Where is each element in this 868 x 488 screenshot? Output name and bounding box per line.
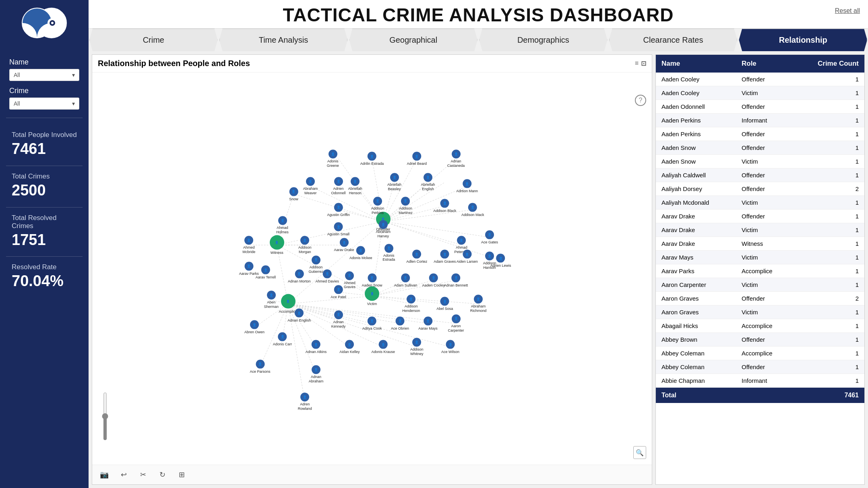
node-agustin-small[interactable]: 👤 Agustin Small — [327, 222, 349, 237]
name-filter-chevron: ▾ — [72, 72, 75, 78]
node-adriel-beard[interactable]: 👤 Adriel Beard — [407, 152, 427, 166]
reset-button[interactable]: Reset all — [835, 7, 860, 15]
node-adren-rowland[interactable]: 👤 Adren Rowland — [293, 393, 317, 411]
node-adonis-estrada[interactable]: 👤 Adonis Estrada — [377, 244, 401, 262]
node-abriellah-beasley[interactable]: 👤 Abriellah Beasley — [382, 173, 407, 192]
node-aarav-terrell[interactable]: 👤 Aarav Terrell — [256, 266, 276, 280]
node-adnan-english[interactable]: 👤 Adnan English — [287, 309, 311, 323]
cut-button[interactable]: ✂ — [136, 468, 149, 481]
node-addison-morgan[interactable]: 👤 Addison Morgan — [293, 236, 317, 254]
camera-button[interactable]: 📷 — [98, 468, 111, 481]
grid-button[interactable]: ⊞ — [175, 468, 188, 481]
refresh-button[interactable]: ↻ — [156, 468, 169, 481]
node-victim[interactable]: 👤 Victim — [365, 286, 379, 306]
table-footer-value: 7461 — [793, 388, 864, 403]
crime-filter-select[interactable]: All ▾ — [9, 98, 79, 110]
node-witness[interactable]: 👤 Witness — [270, 235, 284, 255]
node-adam-sullivan[interactable]: 👤 Adam Sullivan — [394, 273, 417, 287]
node-ahmed-mcbride[interactable]: 👤 Ahmed Mcbride — [237, 236, 261, 254]
node-aiden-larsen[interactable]: 👤 Aiden Larsen — [457, 250, 478, 264]
node-circle-adrian-castaneda: 👤 — [452, 150, 461, 158]
node-addison-black[interactable]: 👤 Addison Black — [433, 199, 456, 213]
node-circle-abraham-weaver: 👤 — [306, 177, 315, 186]
tab-time-analysis[interactable]: Time Analysis — [219, 29, 348, 51]
stat-total-people-label: Total People Involved — [12, 131, 77, 139]
node-adonis-greene[interactable]: 👤 Adonis Greene — [321, 150, 345, 168]
node-abren-owen[interactable]: 👤 Abren Owen — [244, 320, 265, 334]
tab-demographics[interactable]: Demographics — [479, 29, 608, 51]
node-adnan-bennett[interactable]: 👤 Adnan Bennett — [444, 273, 468, 287]
node-abraham-weaver[interactable]: 👤 Abraham Weaver — [298, 177, 322, 195]
node-aditya-cook[interactable]: 👤 Aditya Cook — [362, 316, 382, 330]
tab-crime[interactable]: Crime — [89, 29, 218, 51]
node-adonis-carr[interactable]: 👤 Adonis Carr — [273, 332, 292, 346]
cell-role: Offender — [736, 168, 793, 182]
node-agustin-griffin[interactable]: 👤 Agustin Griffin — [327, 203, 349, 217]
tab-clearance-rates[interactable]: Clearance Rates — [609, 29, 738, 51]
table-row: Aaden Odonnell Offender 1 — [656, 100, 864, 114]
node-label-abraham-weaver: Abraham Weaver — [298, 187, 322, 195]
node-aaden-snow[interactable]: 👤 Aaden Snow — [362, 273, 382, 287]
node-adrien-odonnell[interactable]: 👤 Adrien Odonnell — [327, 177, 351, 195]
node-ace-obrien[interactable]: 👤 Ace Obrien — [391, 316, 409, 330]
node-circle-ahmad-holmes: 👤 — [278, 216, 287, 225]
node-circle-witness: 👤 — [270, 235, 284, 250]
node-label-adlen-cortez: Adlen Cortez — [406, 260, 427, 264]
node-aben-sherman[interactable]: 👤 Aben Sherman — [259, 291, 283, 309]
graph-canvas[interactable]: ? — [92, 73, 652, 465]
content-area: Relationship between People and Roles ≡ … — [89, 51, 868, 488]
node-addison-mack[interactable]: 👤 Addison Mack — [461, 203, 484, 217]
node-aidan-kelley[interactable]: 👤 Aidan Kelley — [339, 340, 360, 354]
node-adnan-kennedy[interactable]: 👤 Adnan Kennedy — [327, 310, 351, 329]
undo-button[interactable]: ↩ — [117, 468, 130, 481]
search-button[interactable]: 🔍 — [633, 446, 646, 459]
node-ace-wilson[interactable]: 👤 Ace Wilson — [441, 340, 459, 354]
node-ace-patel[interactable]: 👤 Ace Patel — [331, 285, 346, 299]
expand-icon[interactable]: ⊡ — [641, 60, 646, 67]
node-adrian-castaneda[interactable]: 👤 Adrian Castaneda — [444, 150, 468, 168]
zoom-slider[interactable] — [102, 392, 108, 440]
tab-relationship[interactable]: Relationship — [739, 29, 867, 51]
tab-geographical[interactable]: Geographical — [349, 29, 477, 51]
node-addison-henderson[interactable]: 👤 Addison Henderson — [399, 295, 423, 313]
node-abraham-harvey[interactable]: 👤 Abraham Harvey — [371, 220, 395, 239]
node-addison-whitney[interactable]: 👤 Addison Whitney — [405, 338, 429, 356]
node-circle-adnan-atkins: 👤 — [312, 340, 320, 349]
node-adnan-atkins[interactable]: 👤 Adnan Atkins — [306, 340, 327, 354]
node-addison-perkins[interactable]: 👤 Addison Perkins — [366, 197, 390, 215]
node-abraham-richmond[interactable]: 👤 Abraham Richmond — [466, 295, 490, 313]
node-adrtion-mann[interactable]: 👤 Adrtion Mann — [457, 179, 478, 193]
node-adonis-krause[interactable]: 👤 Adonis Krause — [372, 340, 395, 354]
cell-name: Aarav Drake — [656, 237, 736, 251]
node-ace-gates[interactable]: 👤 Ace Gates — [481, 230, 498, 244]
help-icon[interactable]: ? — [635, 95, 646, 106]
node-abel-sosa[interactable]: 👤 Abel Sosa — [436, 297, 453, 311]
node-aaden-cooley[interactable]: 👤 Aaden Cooley — [422, 273, 445, 287]
table-row: Aaron Graves Offender 2 — [656, 292, 864, 305]
node-ahmad-holmes[interactable]: 👤 Ahmad Holmes — [271, 216, 295, 235]
node-aarav-mays[interactable]: 👤 Aarav Mays — [418, 316, 438, 330]
node-label-ahmad-holmes: Ahmad Holmes — [271, 226, 295, 235]
node-abriellah-english[interactable]: 👤 Abriellah English — [416, 173, 440, 192]
crime-filter-chevron: ▾ — [72, 100, 75, 107]
node-addison-martinez[interactable]: 👤 Addison Martinez — [393, 197, 417, 215]
node-adnan-abraham[interactable]: 👤 Adnan Abraham — [304, 365, 328, 384]
cell-role: Offender — [736, 100, 793, 114]
node-addison-hanson[interactable]: 👤 Addison Hanson — [477, 251, 502, 270]
filter-icon[interactable]: ≡ — [635, 60, 639, 67]
node-ace-parsons[interactable]: 👤 Ace Parsons — [250, 359, 270, 374]
header: TACTICAL CRIME ANALYSIS DASHBOARD Reset … — [89, 0, 868, 29]
node-snow[interactable]: 👤 Snow — [289, 187, 298, 201]
node-aaron-carpenter[interactable]: 👤 Aaron Carpenter — [444, 314, 468, 333]
table-row: Aaden Cooley Offender 1 — [656, 73, 864, 86]
node-adonis-mckee[interactable]: 👤 Adonis Mckee — [349, 246, 372, 260]
node-adlen-cortez[interactable]: 👤 Adlen Cortez — [406, 250, 427, 264]
node-adnan-morton[interactable]: 👤 Adnan Morton — [288, 270, 311, 284]
name-filter-select[interactable]: All ▾ — [9, 69, 79, 81]
node-adam-graves[interactable]: 👤 Adam Graves — [434, 250, 456, 264]
table-scroll[interactable]: Name Role Crime Count Aaden Cooley Offen… — [656, 55, 864, 484]
node-circle-aarav-terrell: 👤 — [261, 266, 270, 274]
node-adrilin-estrada[interactable]: 👤 Adrilin Estrada — [360, 152, 384, 166]
node-label-adrilin-estrada: Adrilin Estrada — [360, 162, 384, 166]
node-ahmed-davies[interactable]: 👤 Ahmed Davies — [316, 270, 339, 284]
